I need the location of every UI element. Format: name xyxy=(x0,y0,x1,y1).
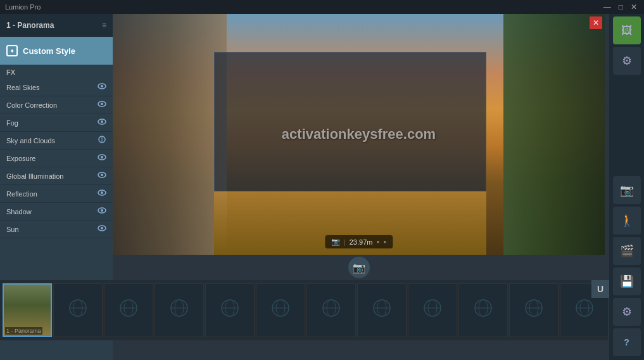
custom-style-row[interactable]: ✦ Custom Style xyxy=(0,37,113,65)
filmstrip-globe-icon xyxy=(68,298,88,323)
fx-item-sun[interactable]: Sun xyxy=(0,221,113,238)
save-button[interactable]: 💾 xyxy=(613,267,641,295)
fx-list: Real SkiesColor CorrectionFogSky and Clo… xyxy=(0,79,113,238)
fx-item-reflection[interactable]: Reflection xyxy=(0,185,113,203)
svg-point-11 xyxy=(101,174,103,176)
filmstrip-thumb-10[interactable] xyxy=(458,283,508,337)
filmstrip-globe-icon xyxy=(321,298,341,323)
filmstrip-globe-icon xyxy=(169,298,189,323)
movie-button[interactable]: 🎬 xyxy=(613,237,641,265)
right-bottom-tools: 📷 🚶 🎬 💾 ⚙ ? xyxy=(613,176,641,360)
menu-icon[interactable]: ≡ xyxy=(102,21,106,30)
viewport-building xyxy=(214,52,486,191)
fx-item-global-illumination[interactable]: Global Illumination xyxy=(0,167,113,185)
distance-display: 23.97m xyxy=(350,238,373,246)
fx-item-label: Global Illumination xyxy=(6,172,64,180)
filmstrip-thumb-label: 1 - Panorama xyxy=(5,327,42,335)
panel-header: 1 - Panorama ≡ xyxy=(0,14,113,37)
minimize-button[interactable]: — xyxy=(602,3,613,11)
svg-point-5 xyxy=(101,120,103,123)
settings-tool-button[interactable]: ⚙ xyxy=(613,47,641,75)
fx-item-label: Real Skies xyxy=(6,84,40,91)
filmstrip-thumb-8[interactable] xyxy=(357,283,407,337)
svg-point-15 xyxy=(101,209,103,212)
filmstrip-thumb-first[interactable]: 1 - Panorama xyxy=(3,283,52,337)
fx-item-eye-icon[interactable] xyxy=(98,206,106,217)
fx-item-color-correction[interactable]: Color Correction xyxy=(0,96,113,114)
fx-item-eye-icon[interactable] xyxy=(98,135,106,146)
svg-point-13 xyxy=(101,191,103,194)
fx-item-eye-icon[interactable] xyxy=(98,188,106,199)
fx-item-fog[interactable]: Fog xyxy=(0,114,113,132)
filmstrip-thumb-6[interactable] xyxy=(256,283,305,337)
filmstrip: 1 - Panorama xyxy=(0,280,608,340)
filmstrip-thumb-2[interactable] xyxy=(53,283,103,337)
filmstrip-globe-icon xyxy=(270,298,291,323)
filmstrip-globe-icon xyxy=(574,298,595,323)
fx-item-shadow[interactable]: Shadow xyxy=(0,203,113,221)
dot-left[interactable]: ● xyxy=(376,239,379,245)
fx-item-label: Shadow xyxy=(6,208,32,215)
viewport-right-trees xyxy=(503,14,605,255)
fx-item-label: Exposure xyxy=(6,155,35,162)
fx-item-label: Reflection xyxy=(6,190,37,198)
filmstrip-globe-icon xyxy=(524,298,544,323)
viewport-left-wall xyxy=(113,14,227,255)
viewport-scene: activationkeysfree.com ✕ 📷 | 23.97m ● ● xyxy=(113,14,605,255)
custom-style-icon: ✦ xyxy=(6,45,18,56)
svg-point-1 xyxy=(101,85,103,87)
maximize-button[interactable]: □ xyxy=(617,3,625,11)
fx-item-eye-icon[interactable] xyxy=(98,170,106,181)
u-button[interactable]: U xyxy=(591,280,609,298)
filmstrip-thumb-3[interactable] xyxy=(104,283,153,337)
filmstrip-thumb-4[interactable] xyxy=(155,283,204,337)
camera-row: 📷 xyxy=(113,255,605,280)
fx-item-label: Sun xyxy=(6,226,19,233)
viewport-close-button[interactable]: ✕ xyxy=(590,16,602,29)
filmstrip-thumb-7[interactable] xyxy=(306,283,356,337)
viewport-bottom-bar: 📷 | 23.97m ● ● xyxy=(325,235,393,248)
titlebar-title: Lumion Pro xyxy=(5,3,41,11)
panorama-tool-button[interactable]: 🖼 xyxy=(613,16,641,44)
titlebar-controls: — □ ✕ xyxy=(602,3,639,11)
filmstrip-globe-icon xyxy=(473,298,493,323)
filmstrip-thumb-9[interactable] xyxy=(408,283,457,337)
fx-item-label: Color Correction xyxy=(6,101,57,109)
camera-snap-button[interactable]: 📷 xyxy=(613,176,641,204)
config-button[interactable]: ⚙ xyxy=(613,298,641,326)
fx-item-label: Sky and Clouds xyxy=(6,137,55,145)
fx-item-real-skies[interactable]: Real Skies xyxy=(0,79,113,96)
close-button[interactable]: ✕ xyxy=(629,3,639,11)
svg-point-9 xyxy=(101,156,103,158)
svg-point-3 xyxy=(101,103,103,105)
filmstrip-thumb-5[interactable] xyxy=(205,283,255,337)
viewport: activationkeysfree.com ✕ 📷 | 23.97m ● ● xyxy=(113,14,605,255)
camera-button[interactable]: 📷 xyxy=(348,257,370,278)
filmstrip-globe-icon xyxy=(422,298,443,323)
separator: | xyxy=(344,238,346,246)
fx-item-eye-icon[interactable] xyxy=(98,82,106,93)
fx-label: FX xyxy=(0,65,113,79)
fx-item-eye-icon[interactable] xyxy=(98,117,106,128)
panel-title: 1 - Panorama xyxy=(6,21,54,30)
custom-style-label: Custom Style xyxy=(23,46,75,56)
titlebar: Lumion Pro — □ ✕ xyxy=(0,0,644,14)
right-toolbar: 🖼 ⚙ 📷 🚶 🎬 💾 ⚙ ? xyxy=(609,14,644,360)
help-button[interactable]: ? xyxy=(613,328,641,356)
fx-item-label: Fog xyxy=(6,119,18,127)
fx-item-eye-icon[interactable] xyxy=(98,100,106,110)
camera-icon: 📷 xyxy=(331,238,340,246)
fx-item-sky-and-clouds[interactable]: Sky and Clouds xyxy=(0,132,113,150)
filmstrip-thumb-11[interactable] xyxy=(509,283,559,337)
filmstrip-globe-icon xyxy=(372,298,392,323)
fx-item-eye-icon[interactable] xyxy=(98,153,106,164)
dot-right[interactable]: ● xyxy=(383,239,386,245)
fx-item-eye-icon[interactable] xyxy=(98,224,106,235)
filmstrip-globe-icon xyxy=(118,298,139,323)
fx-item-exposure[interactable]: Exposure xyxy=(0,150,113,167)
filmstrip-globe-icon xyxy=(220,298,240,323)
svg-point-17 xyxy=(101,227,103,229)
walk-button[interactable]: 🚶 xyxy=(613,207,641,235)
